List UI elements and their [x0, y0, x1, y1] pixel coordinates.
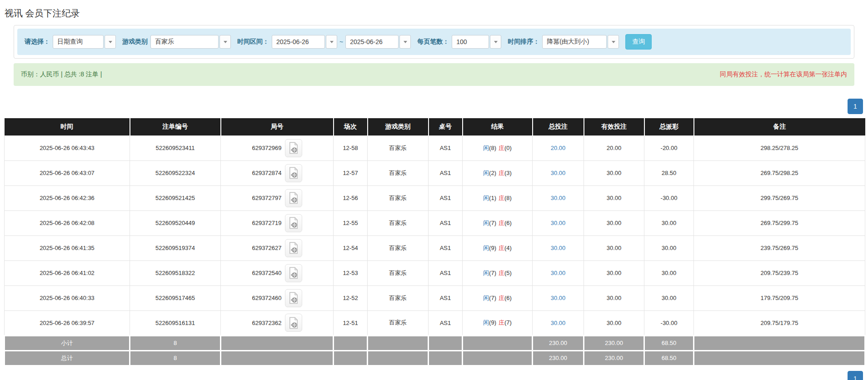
table-header: 时间注单编号局号场次游戏类别桌号结果总投注有效投注总派彩备注 [5, 118, 865, 135]
cell-valid-bet: 30.00 [584, 310, 644, 335]
video-replay-button[interactable] [285, 139, 302, 157]
game-type-dropdown-button[interactable] [219, 35, 231, 49]
game-type-label: 游戏类别 [122, 38, 148, 46]
video-replay-button[interactable] [285, 314, 302, 332]
time-sort-dropdown-button[interactable] [608, 35, 619, 49]
page-size-combobox: 100 [452, 35, 501, 49]
total-bet-sum: 230.00 [533, 335, 584, 350]
total-bet-sum: 230.00 [533, 350, 584, 365]
total-bet-link[interactable]: 30.00 [551, 270, 566, 276]
column-header-2: 局号 [221, 118, 334, 135]
cell-round: 629372627 [221, 235, 334, 260]
cell-round: 629372540 [221, 260, 334, 285]
cell-table-no: AS1 [429, 285, 463, 310]
date-type-dropdown-button[interactable] [105, 35, 116, 49]
video-file-icon [289, 267, 299, 279]
round-number: 629372540 [252, 270, 281, 276]
table-row: 2025-06-26 06:42:08 522609520449 6293727… [5, 210, 865, 235]
cell-session: 12-57 [334, 160, 368, 185]
cell-game-type: 百家乐 [368, 135, 429, 160]
cell-table-no: AS1 [429, 210, 463, 235]
pagination-bottom: 1 [0, 371, 863, 380]
total-label: 小计 [5, 335, 130, 350]
cell-table-no: AS1 [429, 160, 463, 185]
cell-time: 2025-06-26 06:40:33 [5, 285, 130, 310]
cell-result: 闲(7)庄(6) [463, 285, 533, 310]
date-from-input[interactable]: 2025-06-26 [272, 35, 325, 49]
cell-table-no: AS1 [429, 260, 463, 285]
video-replay-button[interactable] [285, 289, 302, 307]
date-from-dropdown-button[interactable] [326, 35, 337, 49]
total-bet-link[interactable]: 30.00 [551, 170, 566, 176]
cell-remark: 209.75/239.75 [694, 260, 865, 285]
result-banker-value: (6) [504, 220, 512, 226]
cell-time: 2025-06-26 06:41:02 [5, 260, 130, 285]
cell-session: 12-54 [334, 235, 368, 260]
page-1-button-bottom[interactable]: 1 [848, 371, 863, 380]
cell-remark: 239.75/269.75 [694, 235, 865, 260]
chevron-down-icon [612, 41, 615, 43]
date-type-select[interactable]: 日期查询 [53, 35, 104, 49]
column-header-4: 游戏类别 [368, 118, 429, 135]
table-row: 2025-06-26 06:42:36 522609521425 6293727… [5, 185, 865, 210]
date-to-combobox: 2025-06-26 [345, 35, 411, 49]
game-type-select[interactable]: 百家乐 [150, 35, 219, 49]
video-replay-button[interactable] [285, 214, 302, 232]
cell-time: 2025-06-26 06:42:08 [5, 210, 130, 235]
total-bet-link[interactable]: 30.00 [551, 320, 566, 326]
cell-valid-bet: 30.00 [584, 235, 644, 260]
total-bet-link[interactable]: 30.00 [551, 220, 566, 226]
cell-bet-id: 522609519374 [130, 235, 221, 260]
cell-round: 629372460 [221, 285, 334, 310]
video-replay-button[interactable] [285, 189, 302, 207]
time-sort-select[interactable]: 降冪(由大到小) [542, 35, 607, 49]
total-empty-cell [368, 335, 429, 350]
video-file-icon [289, 192, 299, 204]
total-empty-cell [221, 350, 334, 365]
cell-bet-id: 522609520449 [130, 210, 221, 235]
cell-valid-bet: 20.00 [584, 135, 644, 160]
page-1-button[interactable]: 1 [848, 99, 863, 114]
total-bet-link[interactable]: 20.00 [551, 145, 566, 151]
currency-summary-text: 币别：人民币 | 总共 :8 注单 | [21, 70, 102, 79]
round-number: 629372874 [252, 170, 281, 176]
result-banker-value: (3) [504, 170, 512, 176]
chevron-down-icon [494, 41, 498, 43]
records-tbody: 2025-06-26 06:43:43 522609523411 6293729… [5, 135, 865, 365]
video-replay-button[interactable] [285, 239, 302, 257]
date-to-input[interactable]: 2025-06-26 [345, 35, 399, 49]
total-bet-link[interactable]: 30.00 [551, 295, 566, 301]
cell-round: 629372362 [221, 310, 334, 335]
time-sort-label: 时间排序： [508, 38, 539, 46]
total-bet-link[interactable]: 30.00 [551, 195, 566, 201]
total-empty-cell [334, 350, 368, 365]
video-replay-button[interactable] [285, 164, 302, 182]
video-file-icon [289, 242, 299, 254]
chevron-down-icon [224, 41, 227, 43]
total-empty-cell [463, 350, 533, 365]
page-size-select[interactable]: 100 [452, 35, 489, 49]
cell-table-no: AS1 [429, 135, 463, 160]
column-header-7: 总投注 [533, 118, 584, 135]
date-to-dropdown-button[interactable] [399, 35, 411, 49]
total-bet-link[interactable]: 30.00 [551, 245, 566, 251]
search-button[interactable]: 查询 [625, 34, 652, 50]
date-range-label: 时间区间： [237, 38, 269, 46]
column-header-5: 桌号 [429, 118, 463, 135]
cell-valid-bet: 30.00 [584, 160, 644, 185]
total-count: 8 [130, 335, 221, 350]
cell-time: 2025-06-26 06:42:36 [5, 185, 130, 210]
cell-round: 629372797 [221, 185, 334, 210]
result-player-value: (1) [489, 195, 496, 201]
cell-valid-bet: 30.00 [584, 185, 644, 210]
chevron-down-icon [109, 41, 112, 43]
round-number: 629372719 [252, 220, 281, 226]
round-number: 629372460 [252, 295, 281, 301]
page-size-dropdown-button[interactable] [490, 35, 501, 49]
video-replay-button[interactable] [285, 264, 302, 282]
result-banker-value: (8) [504, 195, 512, 201]
cell-total-bet: 20.00 [533, 135, 584, 160]
cell-table-no: AS1 [429, 310, 463, 335]
total-label: 总计 [5, 350, 130, 365]
cell-result: 闲(2)庄(3) [463, 160, 533, 185]
